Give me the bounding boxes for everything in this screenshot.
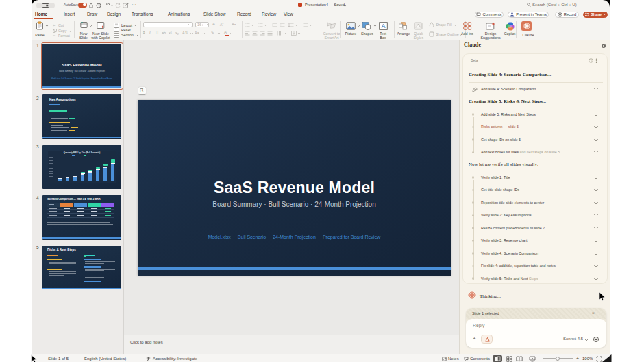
svg-text:A: A [382,23,386,29]
